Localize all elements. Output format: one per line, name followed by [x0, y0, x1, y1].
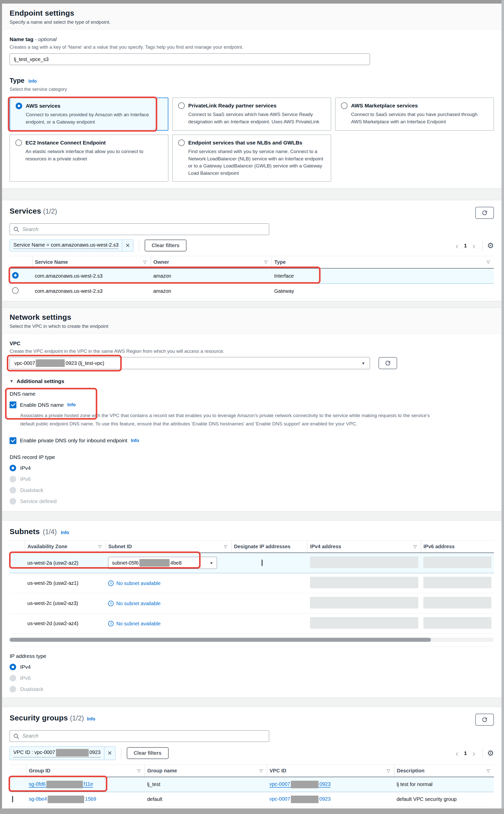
type-option-ec2-instance-connect[interactable]: EC2 Instance Connect Endpoint An elastic… — [10, 135, 168, 181]
radio-icon[interactable] — [178, 102, 185, 109]
ipv4-disabled-field — [310, 577, 418, 588]
service-row-gateway[interactable]: com.amazonaws.us-west-2.s3 amazon Gatewa… — [10, 284, 494, 299]
table-horizontal-scrollbar — [10, 638, 494, 642]
sort-description-icon[interactable]: ▽ — [487, 768, 491, 773]
redaction-blob — [48, 796, 84, 803]
ipv6-disabled-field — [423, 557, 491, 568]
sort-type-icon[interactable]: ▽ — [487, 259, 491, 265]
radio-icon[interactable] — [341, 102, 348, 109]
radio-selected-icon[interactable] — [16, 103, 22, 109]
sort-vpc-id-icon[interactable]: ▽ — [387, 768, 391, 773]
table-settings-gear-icon[interactable]: ⚙ — [487, 749, 494, 758]
additional-settings-expander[interactable]: ▼ Additional settings — [10, 378, 494, 384]
ipv4-disabled-field — [310, 597, 418, 609]
sort-group-id-icon[interactable]: ▽ — [137, 768, 142, 773]
vpc-description: Create the VPC endpoint in the VPC in th… — [10, 348, 494, 354]
vpc-id-link[interactable]: vpc-00070923 — [269, 796, 331, 802]
redaction-blob — [46, 781, 83, 788]
page-title: Endpoint settings — [10, 9, 494, 17]
ipv6-disabled-field — [423, 597, 491, 609]
sg-id-link[interactable]: sg-0fd6f11e — [29, 781, 93, 788]
dns-ip-ipv4-radio[interactable] — [10, 465, 16, 471]
vpc-refresh-button[interactable] — [379, 357, 397, 369]
page-number[interactable]: 1 — [462, 242, 469, 249]
next-page-icon[interactable]: › — [470, 241, 478, 250]
no-subnet-available-link[interactable]: iNo subnet available — [108, 581, 161, 586]
subnet-id-select[interactable]: subnet-05f64be8▼ — [108, 557, 217, 569]
type-option-marketplace[interactable]: AWS Marketplace services Connect to SaaS… — [335, 98, 494, 131]
sg-clear-filters-button[interactable]: Clear filters — [127, 747, 169, 759]
sg-checkbox[interactable] — [12, 796, 13, 802]
subnet-row-us-west-2b: us-west-2b (usw2-az1) iNo subnet availab… — [10, 573, 494, 593]
chevron-down-icon: ▼ — [361, 361, 365, 365]
security-groups-search-input[interactable] — [10, 730, 269, 742]
ip-address-type-label: IP address type — [10, 653, 494, 659]
col-availability-zone: Availability Zone — [27, 544, 67, 550]
ip-type-ipv6-radio — [10, 675, 16, 681]
prev-page-icon[interactable]: ‹ — [453, 241, 461, 250]
subnet-row-us-west-2a[interactable]: us-west-2a (usw2-az2) subnet-05f64be8▼ — [10, 553, 494, 573]
redaction-blob — [139, 559, 170, 567]
page-frame: Endpoint settings Specify a name and sel… — [0, 0, 504, 814]
redaction-blob — [291, 796, 319, 803]
enable-dns-info-link[interactable]: Info — [67, 402, 76, 408]
security-groups-refresh-button[interactable] — [475, 714, 494, 726]
sg-row-lj-test[interactable]: sg-0fd6f11e lj_test vpc-00070923 lj test… — [10, 777, 494, 792]
security-groups-info-link[interactable]: Info — [87, 716, 95, 722]
radio-icon[interactable] — [178, 139, 185, 146]
sort-owner-icon[interactable]: ▽ — [264, 259, 269, 265]
radio-icon[interactable] — [15, 139, 22, 146]
page-horizontal-scrollbar[interactable] — [0, 808, 504, 814]
services-clear-filters-button[interactable]: Clear filters — [145, 239, 186, 251]
remove-filter-icon[interactable]: ✕ — [104, 747, 115, 760]
designate-ip-checkbox[interactable] — [262, 560, 263, 566]
search-icon — [13, 226, 20, 233]
sort-group-name-icon[interactable]: ▽ — [259, 768, 264, 773]
sg-row-default[interactable]: sg-0be415b9 default vpc-00070923 default… — [10, 792, 494, 807]
col-vpc-id: VPC ID — [270, 768, 287, 774]
page-number[interactable]: 1 — [462, 750, 469, 756]
no-subnet-available-link[interactable]: iNo subnet available — [108, 621, 161, 627]
name-tag-input[interactable] — [10, 53, 370, 65]
remove-filter-icon[interactable]: ✕ — [122, 240, 133, 251]
services-card: Services(1/2) Service Name = com.amazona… — [2, 200, 501, 301]
col-group-name: Group name — [147, 768, 177, 774]
sort-service-name-icon[interactable]: ▽ — [143, 259, 148, 265]
table-settings-gear-icon[interactable]: ⚙ — [487, 241, 494, 250]
sort-az-icon[interactable]: ▽ — [98, 544, 103, 549]
name-tag-label: Name tag - optional — [10, 36, 494, 42]
vpc-id-link[interactable]: vpc-00070923 — [269, 781, 331, 788]
ip-type-ipv4-radio[interactable] — [10, 664, 16, 670]
type-info-link[interactable]: Info — [28, 79, 37, 84]
chevron-down-icon: ▼ — [210, 561, 213, 565]
private-dns-inbound-label: Enable private DNS only for inbound endp… — [20, 438, 127, 444]
security-groups-title: Security groups(1/2) Info — [10, 714, 95, 722]
prev-page-icon[interactable]: ‹ — [453, 749, 461, 758]
private-dns-info-link[interactable]: Info — [131, 438, 139, 443]
row-radio[interactable] — [12, 287, 19, 294]
next-page-icon[interactable]: › — [470, 749, 478, 758]
services-refresh-button[interactable] — [475, 207, 494, 219]
no-subnet-available-link[interactable]: iNo subnet available — [108, 601, 161, 607]
dns-ip-dualstack-radio — [10, 487, 16, 494]
ipv6-disabled-field — [423, 617, 491, 629]
dns-record-ip-type-label: DNS record IP type — [10, 454, 494, 460]
row-radio-selected[interactable] — [12, 272, 19, 279]
sort-subnet-id-icon[interactable]: ▽ — [224, 544, 229, 549]
dns-ip-service-defined-radio — [10, 498, 16, 505]
subnets-info-link[interactable]: Info — [61, 530, 69, 535]
page-vertical-scrollbar[interactable] — [501, 0, 504, 814]
sort-ipv4-icon[interactable]: ▽ — [413, 544, 418, 549]
type-option-privatelink-partner[interactable]: PrivateLink Ready partner services Conne… — [172, 98, 331, 131]
vpc-select[interactable]: vpc-00070923 (lj_test-vpc) ▼ — [10, 357, 370, 369]
enable-dns-checkbox[interactable] — [10, 401, 16, 408]
private-dns-inbound-checkbox[interactable] — [10, 437, 16, 444]
network-settings-title: Network settings — [10, 313, 494, 321]
col-ipv6-address: IPv6 address — [424, 544, 455, 549]
service-row-interface[interactable]: com.amazonaws.us-west-2.s3 amazon Interf… — [10, 268, 494, 284]
services-search-input[interactable] — [10, 223, 269, 235]
type-option-aws-services[interactable]: AWS services Connect to services provide… — [10, 98, 168, 131]
type-option-nlb-gwlb[interactable]: Endpoint services that use NLBs and GWLB… — [172, 135, 331, 181]
scrollbar-thumb[interactable] — [10, 638, 431, 642]
sg-id-link[interactable]: sg-0be415b9 — [29, 796, 96, 802]
